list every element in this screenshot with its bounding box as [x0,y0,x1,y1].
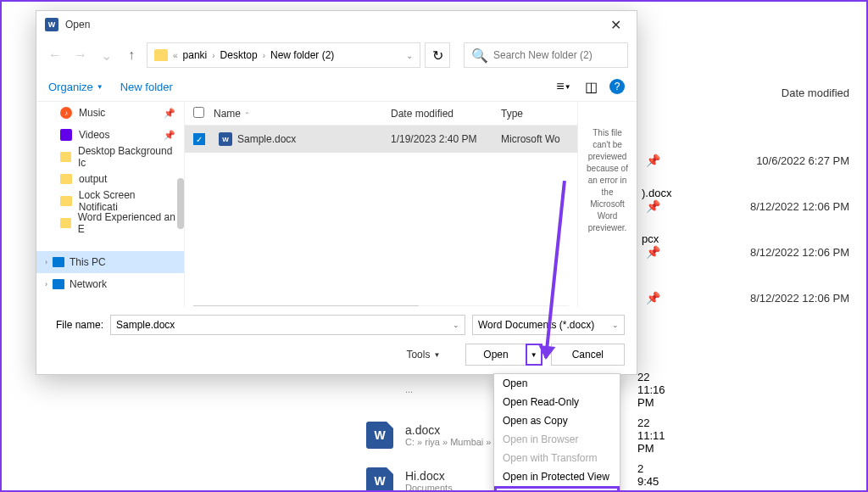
file-row[interactable]: ✓ WSample.docx 1/19/2023 2:40 PM Microso… [185,126,577,153]
filename-input[interactable]: Sample.docx⌄ [110,315,465,335]
bg-row: 📌8/12/2022 12:06 PM [646,183,849,229]
sidebar: ♪Music📌 Videos📌 Desktop Background Ic ou… [36,102,185,306]
pin-icon: 📌 [646,245,660,259]
menu-item-repair[interactable]: Open and Repair... [494,486,620,492]
scrollbar[interactable] [193,305,569,306]
chevron-down-icon[interactable]: ⌄ [453,321,459,329]
bg-row: 📌8/12/2022 12:06 PM [646,275,849,321]
select-all-checkbox[interactable] [193,107,204,118]
word-icon: W [45,18,58,31]
chevron-down-icon[interactable]: ⌄ [612,321,619,329]
sidebar-item-this-pc[interactable]: ›This PC [36,251,184,273]
sidebar-item-music[interactable]: ♪Music📌 [36,102,184,124]
cancel-button[interactable]: Cancel [551,344,625,366]
dialog-title: Open [65,19,90,31]
menu-item-protected[interactable]: Open in Protected View [494,467,620,486]
preview-pane: This file can't be previewed because of … [577,102,637,306]
sort-icon: ⌃ [244,111,250,119]
breadcrumb[interactable]: « panki› Desktop› New folder (2) ⌄ [147,42,420,68]
sidebar-item-network[interactable]: ›Network [36,273,184,295]
bg-date-header: Date modified [782,87,849,99]
chevron-down-icon[interactable]: ⌄ [96,45,116,65]
organize-button[interactable]: Organize▼ [48,81,103,93]
music-icon: ♪ [60,107,72,119]
forward-icon[interactable]: → [70,45,91,65]
back-icon[interactable]: ← [45,45,65,65]
chevron-down-icon[interactable]: ⌄ [406,51,413,60]
tools-button[interactable]: Tools▼ [406,349,440,361]
pin-icon: 📌 [646,154,660,167]
pin-icon: 📌 [646,199,660,213]
open-button[interactable]: Open [465,344,525,366]
bg-text: pcx [642,232,659,245]
menu-item-copy[interactable]: Open as Copy [494,411,620,430]
preview-icon[interactable]: ◫ [582,78,599,95]
video-icon [60,129,72,141]
column-type[interactable]: Type [501,108,577,120]
sidebar-item[interactable]: Lock Screen Notificati [36,190,184,212]
bg-list-item[interactable]: W Hi.docxDocuments 2 9:45 AM [366,458,499,492]
folder-icon [60,218,71,228]
new-folder-button[interactable]: New folder [120,81,173,93]
checkbox-icon[interactable]: ✓ [193,133,205,145]
bg-row: 📌8/12/2022 12:06 PM [646,229,849,275]
scrollbar[interactable] [177,178,184,229]
column-date[interactable]: Date modified [391,108,501,120]
sidebar-item[interactable]: Desktop Background Ic [36,146,184,168]
pc-icon [53,257,64,267]
dialog-titlebar: W Open ✕ [36,11,637,38]
menu-item-open[interactable]: Open [494,374,620,393]
folder-icon [60,174,72,184]
view-icon[interactable]: ≡ ▼ [555,78,572,95]
filename-label: File name: [48,319,103,331]
up-icon[interactable]: ↑ [121,45,142,65]
chevron-right-icon: › [45,280,47,288]
bg-list-item[interactable]: W a.docxC: » riya » Mumbai » L 22 11:11 … [366,412,499,458]
refresh-icon[interactable]: ↻ [425,42,450,68]
search-input[interactable]: 🔍 [464,42,628,68]
folder-icon [154,49,168,61]
search-icon: 🔍 [471,48,488,64]
folder-icon [60,196,72,206]
pin-icon: 📌 [164,130,175,141]
chevron-right-icon: › [45,258,47,266]
menu-item-readonly[interactable]: Open Read-Only [494,393,620,411]
bg-text: ).docx [642,187,671,199]
pin-icon: 📌 [164,108,175,119]
word-icon: W [366,422,393,449]
help-icon[interactable]: ? [609,79,625,94]
menu-item-transform: Open with Transform [494,449,620,467]
network-icon [53,279,64,289]
bg-row: 📌10/6/2022 6:27 PM [646,137,849,183]
pin-icon: 📌 [646,291,660,305]
sidebar-item[interactable]: output [36,168,184,190]
column-name[interactable]: Name⌃ [214,108,391,120]
open-dialog: W Open ✕ ← → ⌄ ↑ « panki› Desktop› New f… [36,10,637,375]
sidebar-item[interactable]: Word Experienced an E [36,212,184,234]
close-icon[interactable]: ✕ [604,14,628,36]
sidebar-item-videos[interactable]: Videos📌 [36,124,184,146]
file-list: Name⌃ Date modified Type ✓ WSample.docx … [185,102,577,306]
menu-item-browser: Open in Browser [494,430,620,449]
word-icon: W [366,467,393,492]
word-icon: W [219,132,232,146]
folder-icon [60,152,71,162]
open-dropdown-menu: Open Open Read-Only Open as Copy Open in… [493,373,620,492]
